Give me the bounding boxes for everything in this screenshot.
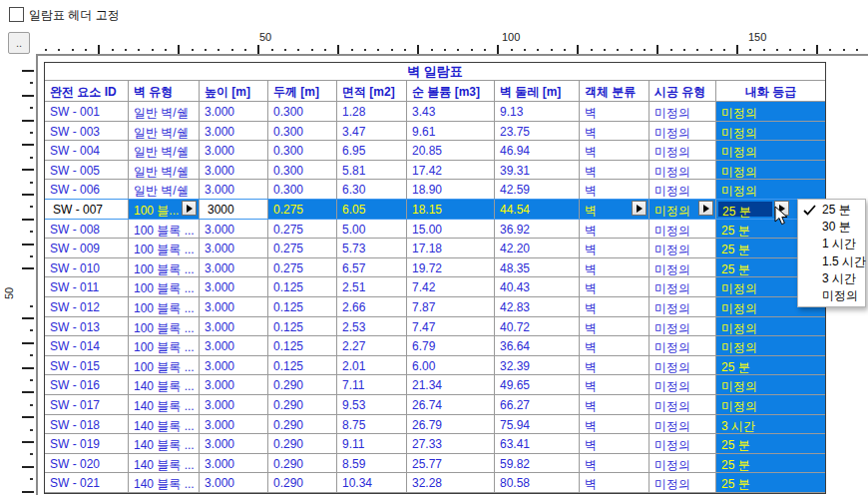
cell-volume[interactable]: 20.85 [407, 141, 495, 161]
cell-type[interactable]: 일반 벽/쉘 [129, 161, 200, 181]
cell-fire[interactable]: 미정의 [716, 141, 825, 161]
cell-thickness[interactable]: 0.275 [268, 200, 337, 220]
cell-area[interactable]: 6.05 [337, 200, 407, 220]
cell-construction[interactable]: 미정의 [650, 395, 716, 415]
cell-height[interactable]: 3.000 [200, 277, 268, 297]
cell-thickness[interactable]: 0.125 [268, 317, 337, 337]
cell-volume[interactable]: 17.42 [407, 161, 495, 181]
cell-perimeter[interactable]: 59.82 [495, 454, 580, 474]
cell-area[interactable]: 6.30 [337, 180, 407, 200]
cell-id[interactable]: SW - 013 [45, 317, 129, 337]
cell-height[interactable]: 3000 [200, 200, 268, 220]
cell-id[interactable]: SW - 015 [45, 356, 129, 376]
cell-area[interactable]: 5.81 [337, 161, 407, 181]
cell-category[interactable]: 벽 [580, 434, 650, 454]
cell-category[interactable]: 벽 [580, 473, 650, 493]
cell-type[interactable]: 140 블록 ... [129, 434, 200, 454]
cell-id[interactable]: SW - 016 [45, 375, 129, 395]
cell-perimeter[interactable]: 40.43 [495, 277, 580, 297]
cell-height[interactable]: 3.000 [200, 239, 268, 258]
dropdown-item[interactable]: 미정의 [798, 287, 865, 304]
cell-category[interactable]: 벽 [580, 356, 650, 376]
cell-id[interactable]: SW - 008 [45, 220, 129, 240]
cell-construction[interactable]: 미정의 [650, 141, 716, 161]
cell-height[interactable]: 3.000 [200, 180, 268, 200]
cell-perimeter[interactable]: 63.41 [495, 434, 580, 454]
cell-height[interactable]: 3.000 [200, 454, 268, 474]
dropdown-item[interactable]: 1 시간 [798, 236, 865, 252]
col-header-height[interactable]: 높이 [m] [200, 81, 268, 101]
cell-volume[interactable]: 26.79 [407, 415, 495, 435]
dropdown-arrow-button[interactable] [698, 201, 713, 216]
col-header-type[interactable]: 벽 유형 [129, 81, 200, 101]
cell-construction[interactable]: 미정의 [650, 336, 716, 356]
cell-id[interactable]: SW - 004 [45, 141, 129, 161]
cell-construction[interactable]: 미정의 [650, 200, 716, 220]
cell-perimeter[interactable]: 42.83 [495, 297, 580, 317]
cell-category[interactable]: 벽 [580, 258, 650, 278]
cell-volume[interactable]: 9.61 [407, 122, 495, 142]
cell-volume[interactable]: 7.42 [407, 277, 495, 297]
cell-height[interactable]: 3.000 [200, 473, 268, 493]
cell-id[interactable]: SW - 018 [45, 415, 129, 435]
cell-category[interactable]: 벽 [580, 102, 650, 122]
fire-rating-edit-field[interactable]: 25 분 [718, 202, 772, 217]
cell-id[interactable]: SW - 007 [45, 200, 129, 220]
cell-area[interactable]: 5.73 [337, 239, 407, 258]
cell-perimeter[interactable]: 80.58 [495, 473, 580, 493]
cell-fire[interactable]: 미정의 [716, 102, 825, 122]
cell-fire[interactable]: 25 분 [716, 434, 825, 454]
cell-thickness[interactable]: 0.290 [268, 473, 337, 493]
cell-perimeter[interactable]: 42.20 [495, 239, 580, 258]
cell-construction[interactable]: 미정의 [650, 277, 716, 297]
cell-fire[interactable]: 미정의 [716, 336, 825, 356]
cell-id[interactable]: SW - 021 [45, 473, 129, 493]
cell-construction[interactable]: 미정의 [650, 454, 716, 474]
cell-id[interactable]: SW - 009 [45, 239, 129, 258]
cell-category[interactable]: 벽 [580, 375, 650, 395]
cell-thickness[interactable]: 0.290 [268, 375, 337, 395]
cell-perimeter[interactable]: 39.31 [495, 161, 580, 181]
col-header-perimeter[interactable]: 벽 둘레 [m] [495, 81, 580, 101]
cell-category[interactable]: 벽 [580, 277, 650, 297]
cell-height[interactable]: 3.000 [200, 434, 268, 454]
col-header-construction[interactable]: 시공 유형 [650, 81, 716, 101]
cell-fire[interactable]: 미정의 [716, 395, 825, 415]
cell-type[interactable]: 100 블록 ... [129, 277, 200, 297]
cell-fire[interactable]: 25 분 [716, 473, 825, 493]
cell-height[interactable]: 3.000 [200, 258, 268, 278]
cell-id[interactable]: SW - 012 [45, 297, 129, 317]
cell-perimeter[interactable]: 40.72 [495, 317, 580, 337]
cell-area[interactable]: 2.01 [337, 356, 407, 376]
cell-area[interactable]: 1.28 [337, 102, 407, 122]
cell-id[interactable]: SW - 020 [45, 454, 129, 474]
cell-type[interactable]: 140 블록 ... [129, 395, 200, 415]
cell-type[interactable]: 140 블록 ... [129, 454, 200, 474]
cell-category[interactable]: 벽 [580, 239, 650, 258]
cell-type[interactable]: 100 블록 ... [129, 220, 200, 240]
cell-thickness[interactable]: 0.275 [268, 239, 337, 258]
cell-volume[interactable]: 18.15 [407, 200, 495, 220]
cell-fire[interactable]: 미정의 [716, 375, 825, 395]
cell-type[interactable]: 140 블록 ... [129, 473, 200, 493]
cell-category[interactable]: 벽 [580, 141, 650, 161]
cell-type[interactable]: 일반 벽/쉘 [129, 122, 200, 142]
cell-height[interactable]: 3.000 [200, 102, 268, 122]
cell-construction[interactable]: 미정의 [650, 317, 716, 337]
cell-category[interactable]: 벽 [580, 317, 650, 337]
cell-type[interactable]: 100 블... [129, 200, 200, 220]
cell-construction[interactable]: 미정의 [650, 258, 716, 278]
cell-thickness[interactable]: 0.290 [268, 395, 337, 415]
dropdown-item[interactable]: 25 분 [798, 202, 865, 219]
cell-volume[interactable]: 15.00 [407, 220, 495, 240]
cell-volume[interactable]: 19.72 [407, 258, 495, 278]
cell-volume[interactable]: 17.18 [407, 239, 495, 258]
cell-area[interactable]: 2.27 [337, 336, 407, 356]
cell-perimeter[interactable]: 44.54 [495, 200, 580, 220]
cell-type[interactable]: 140 블록 ... [129, 375, 200, 395]
cell-fire[interactable]: 3 시간 [716, 415, 825, 435]
cell-height[interactable]: 3.000 [200, 297, 268, 317]
cell-thickness[interactable]: 0.300 [268, 161, 337, 181]
cell-fire[interactable]: 미정의 [716, 161, 825, 181]
cell-construction[interactable]: 미정의 [650, 161, 716, 181]
